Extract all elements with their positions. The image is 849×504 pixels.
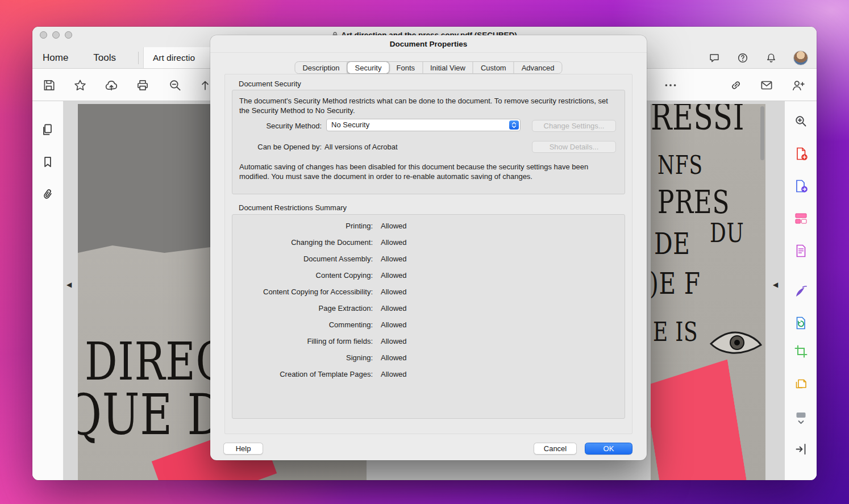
magazine-headline: DE	[654, 227, 690, 261]
restriction-value: Allowed	[381, 222, 625, 238]
autosave-note-text: Automatic saving of changes has been dis…	[239, 162, 615, 181]
dialog-tab-advanced[interactable]: Advanced	[514, 62, 562, 73]
document-security-group: The document's Security Method restricts…	[232, 90, 625, 194]
attachments-paperclip-icon[interactable]	[40, 187, 55, 202]
security-intro-text: The document's Security Method restricts…	[239, 96, 615, 115]
star-favorite-button[interactable]	[73, 78, 88, 93]
restriction-value: Allowed	[381, 255, 625, 271]
restrictions-group: Printing:AllowedChanging the Document:Al…	[232, 214, 625, 419]
dialog-tab-security[interactable]: Security	[347, 61, 390, 74]
open-tools-panel-icon[interactable]	[793, 441, 809, 457]
magazine-headline: QUE D	[78, 381, 223, 448]
restriction-row: Signing:Allowed	[232, 353, 625, 370]
dropdown-stepper-icon	[509, 120, 519, 130]
collapse-right-panel-arrow[interactable]: ◀	[773, 281, 778, 288]
search-tools-icon[interactable]	[793, 114, 809, 129]
crop-pages-icon[interactable]	[793, 344, 809, 359]
security-method-label: Security Method:	[239, 122, 322, 130]
restriction-value: Allowed	[381, 337, 625, 353]
magazine-pink-shape	[651, 360, 748, 480]
notifications-bell-icon[interactable]	[765, 52, 777, 64]
restriction-label: Document Assembly:	[232, 255, 373, 271]
change-settings-button[interactable]: Change Settings...	[532, 120, 616, 132]
cancel-button[interactable]: Cancel	[534, 443, 577, 455]
print-button[interactable]	[135, 78, 150, 93]
create-pdf-icon[interactable]	[793, 146, 809, 161]
restriction-label: Page Extraction:	[232, 304, 373, 320]
nav-tabs: HomeTools	[37, 47, 122, 69]
zoom-out-button[interactable]	[168, 78, 182, 93]
restriction-value: Allowed	[381, 304, 625, 320]
convert-pdf-icon[interactable]	[793, 315, 809, 331]
save-button[interactable]	[41, 78, 56, 93]
magazine-headline: NFS	[657, 151, 703, 180]
vertical-scrollbar-thumb[interactable]	[760, 106, 764, 160]
restriction-label: Signing:	[232, 353, 373, 370]
more-tools-collapsed-icon[interactable]	[793, 410, 809, 426]
more-tools-ellipsis-button[interactable]	[663, 78, 678, 93]
fill-and-sign-icon[interactable]	[793, 284, 809, 299]
right-tools-rail	[784, 101, 817, 480]
restriction-value: Allowed	[381, 320, 625, 337]
restriction-label: Content Copying:	[232, 271, 373, 288]
dialog-tab-custom[interactable]: Custom	[473, 62, 514, 73]
restriction-row: Creation of Template Pages:Allowed	[232, 370, 625, 386]
page-thumbnails-icon[interactable]	[40, 122, 55, 137]
pdf-page-right: RESSINFSPRESDEDU)E FE IS	[651, 104, 765, 480]
edit-pdf-icon[interactable]	[793, 243, 809, 259]
document-security-heading: Document Security	[239, 80, 301, 88]
ok-button[interactable]: OK	[585, 443, 632, 455]
restriction-value: Allowed	[381, 288, 625, 304]
help-button[interactable]: Help	[223, 443, 263, 455]
can-be-opened-label: Can be Opened by:	[239, 143, 322, 151]
magazine-headline: RESSI	[651, 104, 744, 138]
comment-bubble-icon[interactable]	[708, 52, 721, 64]
share-link-button[interactable]	[729, 78, 743, 93]
security-method-value: No Security	[331, 120, 369, 129]
restriction-row: Filling of form fields:Allowed	[232, 337, 625, 353]
restriction-value: Allowed	[381, 353, 625, 370]
restrictions-rows: Printing:AllowedChanging the Document:Al…	[232, 222, 625, 386]
restriction-label: Content Copying for Accessibility:	[232, 288, 373, 304]
dialog-tab-initial-view[interactable]: Initial View	[423, 62, 473, 73]
tab-divider	[138, 52, 139, 64]
eye-photo	[710, 324, 762, 360]
dialog-tabs: DescriptionSecurityFontsInitial ViewCust…	[294, 61, 562, 74]
help-icon[interactable]	[736, 52, 749, 64]
restriction-row: Document Assembly:Allowed	[232, 255, 625, 271]
restriction-row: Printing:Allowed	[232, 222, 625, 238]
document-tab-label: Art directio	[153, 53, 195, 63]
restriction-row: Changing the Document:Allowed	[232, 238, 625, 255]
restriction-row: Commenting:Allowed	[232, 320, 625, 337]
magazine-headline: E IS	[653, 316, 698, 347]
restriction-row: Content Copying:Allowed	[232, 271, 625, 288]
restriction-label: Commenting:	[232, 320, 373, 337]
collapse-left-panel-arrow[interactable]: ◀	[66, 281, 72, 288]
export-pdf-icon[interactable]	[793, 178, 809, 194]
request-signature-button[interactable]	[790, 78, 805, 93]
document-properties-dialog: Document Properties DescriptionSecurityF…	[210, 35, 647, 460]
dialog-title: Document Properties	[210, 35, 647, 53]
tab-tools[interactable]: Tools	[88, 47, 122, 69]
dialog-tab-description[interactable]: Description	[295, 62, 347, 73]
restriction-row: Content Copying for Accessibility:Allowe…	[232, 288, 625, 304]
magazine-headline: )E F	[651, 266, 701, 301]
can-be-opened-value: All versions of Acrobat	[324, 143, 398, 151]
magazine-headline: DU	[710, 218, 744, 248]
restriction-value: Allowed	[381, 238, 625, 255]
desktop: Art direction and the press copy.pdf (SE…	[0, 0, 849, 504]
bookmarks-icon[interactable]	[40, 155, 55, 169]
security-method-dropdown[interactable]: No Security	[326, 119, 521, 131]
restriction-value: Allowed	[381, 370, 625, 386]
show-details-button[interactable]: Show Details...	[532, 141, 616, 153]
email-button[interactable]	[759, 78, 774, 93]
tab-home[interactable]: Home	[37, 47, 74, 69]
dialog-tab-fonts[interactable]: Fonts	[389, 62, 423, 73]
share-upload-button[interactable]	[104, 78, 119, 93]
magazine-headline: PRES	[657, 184, 730, 220]
restriction-label: Creation of Template Pages:	[232, 370, 373, 386]
scan-ocr-icon[interactable]	[793, 376, 809, 391]
restriction-label: Printing:	[232, 222, 373, 238]
avatar[interactable]	[793, 51, 808, 65]
organize-pages-icon[interactable]	[793, 211, 809, 226]
